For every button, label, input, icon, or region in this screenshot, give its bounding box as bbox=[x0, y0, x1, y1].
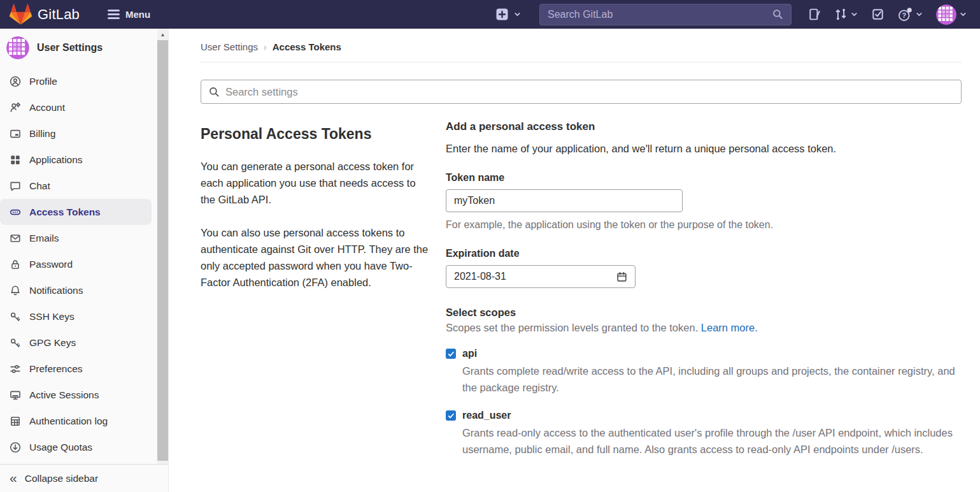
sidebar-item-account[interactable]: Account bbox=[0, 94, 152, 120]
collapse-sidebar-label: Collapse sidebar bbox=[25, 473, 98, 484]
sidebar-item-label: Profile bbox=[29, 76, 57, 87]
page-description-1: You can generate a personal access token… bbox=[201, 158, 429, 208]
check-icon bbox=[448, 351, 455, 358]
global-search[interactable] bbox=[539, 4, 792, 25]
sidebar-item-access-tokens[interactable]: Access Tokens bbox=[0, 199, 152, 225]
breadcrumb-access-tokens: Access Tokens bbox=[273, 41, 341, 52]
avatar bbox=[6, 36, 29, 59]
sidebar-title: User Settings bbox=[37, 42, 103, 54]
read-user-checkbox[interactable] bbox=[446, 410, 456, 421]
breadcrumb-user-settings[interactable]: User Settings bbox=[201, 41, 258, 52]
token-name-input[interactable] bbox=[446, 189, 683, 212]
sidebar-item-label: Emails bbox=[29, 233, 59, 244]
read-user-scope-description: Grants read-only access to the authentic… bbox=[462, 424, 962, 458]
sidebar-item-label: Usage Quotas bbox=[29, 442, 92, 453]
token-icon bbox=[10, 206, 21, 218]
sidebar-item-authentication-log[interactable]: Authentication log bbox=[0, 408, 152, 434]
sidebar-item-preferences[interactable]: Preferences bbox=[0, 356, 152, 382]
form-description: Enter the name of your application, and … bbox=[446, 143, 962, 155]
sidebar-item-label: Authentication log bbox=[29, 416, 108, 427]
key-icon bbox=[10, 311, 21, 322]
monitor-icon bbox=[10, 389, 21, 401]
sidebar-item-label: Chat bbox=[29, 180, 50, 192]
scrollbar-thumb[interactable] bbox=[157, 40, 168, 461]
sidebar-item-label: Password bbox=[29, 259, 73, 270]
sidebar-item-emails[interactable]: Emails bbox=[0, 225, 152, 251]
sidebar-item-label: Account bbox=[29, 102, 65, 113]
profile-icon bbox=[10, 76, 21, 87]
token-name-label: Token name bbox=[446, 172, 962, 184]
chevron-down-icon bbox=[959, 10, 967, 18]
sidebar-item-label: Active Sessions bbox=[29, 389, 99, 401]
sidebar-item-chat[interactable]: Chat bbox=[0, 173, 152, 199]
breadcrumb: User Settings › Access Tokens bbox=[201, 29, 962, 62]
chevron-down-icon bbox=[850, 10, 858, 18]
main-content: User Settings › Access Tokens Personal A… bbox=[169, 29, 980, 492]
sidebar-item-label: Preferences bbox=[29, 363, 83, 375]
settings-sidebar: User Settings Profile Account Billing Ap… bbox=[0, 29, 169, 492]
chevron-down-icon bbox=[513, 10, 522, 18]
log-icon bbox=[10, 416, 21, 427]
select-scopes-heading: Select scopes bbox=[446, 307, 962, 319]
scope-read-user: read_user Grants read-only access to the… bbox=[446, 410, 962, 458]
menu-label: Menu bbox=[125, 9, 150, 20]
plus-icon bbox=[496, 8, 508, 20]
sidebar-item-usage-quotas[interactable]: Usage Quotas bbox=[0, 434, 152, 460]
settings-search-input[interactable] bbox=[225, 86, 953, 98]
menu-button[interactable]: Menu bbox=[108, 9, 150, 20]
collapse-sidebar-button[interactable]: « Collapse sidebar bbox=[0, 464, 168, 492]
sidebar-item-gpg-keys[interactable]: GPG Keys bbox=[0, 329, 152, 356]
avatar bbox=[936, 4, 956, 25]
api-checkbox[interactable] bbox=[446, 349, 456, 359]
expiration-date-field[interactable] bbox=[446, 265, 636, 288]
token-name-help: For example, the application using the t… bbox=[446, 219, 962, 231]
api-scope-description: Grants complete read/write access to the… bbox=[462, 363, 962, 396]
read-user-scope-label[interactable]: read_user bbox=[462, 410, 511, 421]
expiration-date-input[interactable] bbox=[454, 271, 616, 282]
chat-icon bbox=[10, 180, 21, 192]
scrollbar-up-arrow[interactable]: ▲ bbox=[157, 30, 168, 39]
api-scope-label[interactable]: api bbox=[462, 348, 477, 359]
user-menu-button[interactable] bbox=[936, 4, 967, 25]
calendar-icon[interactable] bbox=[616, 271, 627, 282]
sidebar-item-active-sessions[interactable]: Active Sessions bbox=[0, 382, 152, 408]
check-icon bbox=[448, 412, 455, 419]
form-heading: Add a personal access token bbox=[446, 120, 962, 133]
sidebar-item-profile[interactable]: Profile bbox=[0, 68, 152, 94]
help-button[interactable]: ? bbox=[897, 7, 923, 22]
sidebar-item-ssh-keys[interactable]: SSH Keys bbox=[0, 303, 152, 329]
sidebar-item-label: Access Tokens bbox=[29, 206, 101, 218]
settings-search[interactable] bbox=[201, 80, 962, 104]
top-navbar: GitLab Menu bbox=[0, 0, 980, 29]
issues-button[interactable] bbox=[808, 8, 821, 21]
lock-icon bbox=[10, 259, 21, 270]
page-title: Personal Access Tokens bbox=[201, 126, 429, 143]
todos-button[interactable] bbox=[871, 8, 884, 21]
svg-text:?: ? bbox=[902, 11, 906, 18]
breadcrumb-separator: › bbox=[264, 42, 267, 52]
gitlab-logo-icon[interactable] bbox=[9, 3, 32, 25]
sidebar-item-label: Billing bbox=[29, 128, 55, 140]
issues-icon bbox=[808, 8, 821, 21]
sidebar-scrollbar[interactable]: ▲ bbox=[157, 29, 168, 464]
notification-dot bbox=[907, 8, 912, 12]
todo-icon bbox=[871, 8, 884, 21]
learn-more-link[interactable]: Learn more. bbox=[701, 322, 758, 333]
account-icon bbox=[10, 102, 21, 113]
merge-requests-button[interactable] bbox=[834, 8, 858, 21]
new-menu-button[interactable] bbox=[496, 8, 522, 20]
sidebar-nav: Profile Account Billing Applications Cha… bbox=[0, 68, 168, 460]
sidebar-item-applications[interactable]: Applications bbox=[0, 147, 152, 173]
sidebar-item-label: GPG Keys bbox=[29, 337, 76, 349]
sidebar-item-label: Notifications bbox=[29, 285, 83, 296]
sliders-icon bbox=[10, 363, 21, 375]
merge-request-icon bbox=[834, 8, 848, 21]
sidebar-item-notifications[interactable]: Notifications bbox=[0, 277, 152, 303]
sidebar-item-label: Applications bbox=[29, 154, 83, 166]
page-description-2: You can also use personal access tokens … bbox=[201, 224, 429, 291]
double-chevron-left-icon: « bbox=[10, 471, 17, 484]
sidebar-item-billing[interactable]: Billing bbox=[0, 120, 152, 147]
gitlab-wordmark[interactable]: GitLab bbox=[38, 6, 80, 23]
global-search-input[interactable] bbox=[548, 9, 772, 20]
sidebar-item-password[interactable]: Password bbox=[0, 251, 152, 277]
